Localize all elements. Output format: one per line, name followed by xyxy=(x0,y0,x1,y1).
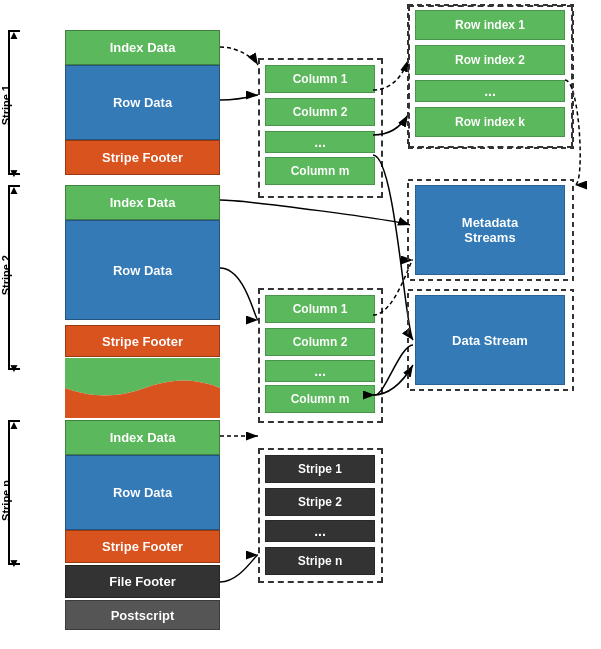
colm-g1: Column m xyxy=(265,157,375,185)
col1-g1: Column 1 xyxy=(265,65,375,93)
stripen-arrow-top: ▲ xyxy=(8,418,20,432)
stripen-arrow-bottom: ▼ xyxy=(8,556,20,570)
row-idx2: Row index 2 xyxy=(415,45,565,75)
postscript-block: Postscript xyxy=(65,600,220,630)
file-footer-block: File Footer xyxy=(65,565,220,598)
transition-area xyxy=(65,358,220,418)
diagram: ▲ ▼ Stripe 1 ▲ ▼ Stripe 2 ▲ ▼ Stripe n I… xyxy=(0,0,601,649)
col2-g1: Column 2 xyxy=(265,98,375,126)
s1-footer-block: Stripe Footer xyxy=(65,140,220,175)
stripe-list-2: Stripe 2 xyxy=(265,488,375,516)
data-stream-block: Data Stream xyxy=(415,295,565,385)
stripe2-arrow-bottom: ▼ xyxy=(8,361,20,375)
col2-g2: Column 2 xyxy=(265,328,375,356)
s2-footer-block: Stripe Footer xyxy=(65,325,220,357)
stripe1-arrow-top: ▲ xyxy=(8,28,20,42)
s1-row-block: Row Data xyxy=(65,65,220,140)
row-idx-dots: ... xyxy=(415,80,565,102)
stripe1-arrow-bottom: ▼ xyxy=(8,166,20,180)
stripe-list-1: Stripe 1 xyxy=(265,455,375,483)
coldots-g2: ... xyxy=(265,360,375,382)
stripe2-arrow-top: ▲ xyxy=(8,183,20,197)
s2-row-block: Row Data xyxy=(65,220,220,320)
sn-footer-block: Stripe Footer xyxy=(65,530,220,563)
s1-index-block: Index Data xyxy=(65,30,220,65)
stripe2-label: Stripe 2 xyxy=(0,255,12,295)
metadata-streams-block: Metadata Streams xyxy=(415,185,565,275)
coldots-g1: ... xyxy=(265,131,375,153)
stripe1-label: Stripe 1 xyxy=(0,85,12,125)
stripe-list-n: Stripe n xyxy=(265,547,375,575)
row-idxk: Row index k xyxy=(415,107,565,137)
stripe-list-dots: ... xyxy=(265,520,375,542)
sn-row-block: Row Data xyxy=(65,455,220,530)
col1-g2: Column 1 xyxy=(265,295,375,323)
row-idx1: Row index 1 xyxy=(415,10,565,40)
sn-index-block: Index Data xyxy=(65,420,220,455)
stripen-label: Stripe n xyxy=(0,480,12,521)
colm-g2: Column m xyxy=(265,385,375,413)
s2-index-block: Index Data xyxy=(65,185,220,220)
